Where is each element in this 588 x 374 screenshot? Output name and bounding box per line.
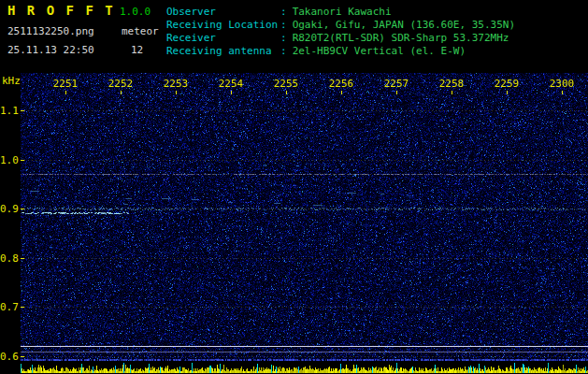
x-tick-label: 2256 [323,78,360,90]
info-label: Observer [166,6,280,19]
y-tick-mark [21,110,24,111]
spectrogram-area: 2251225222532254225522562257225822592300 [21,73,588,374]
y-tick-mark [21,160,24,161]
info-separator: : [280,19,287,31]
y-tick-mark [21,258,24,259]
info-row: Receiving Location:Ogaki, Gifu, JAPAN (1… [166,19,515,32]
spectrogram-canvas [21,73,588,374]
app-version: 1.0.0 [120,6,151,18]
x-tick-label: 2253 [157,78,194,90]
app-title: H R O F F T [7,3,115,18]
x-tick-label: 2300 [543,78,581,90]
y-tick-mark [21,307,24,308]
x-tick-mark [231,91,232,94]
info-label: Receiver [166,32,280,45]
x-tick-label: 2254 [212,78,250,90]
x-tick-mark [341,91,342,94]
info-row: Receiver:R820T2(RTL-SDR) SDR-Sharp 53.37… [166,32,515,45]
x-tick-mark [396,91,397,94]
info-value: R820T2(RTL-SDR) SDR-Sharp 53.372MHz [293,32,509,44]
x-tick-mark [562,91,563,94]
x-tick-label: 2252 [102,78,139,90]
x-tick-label: 2257 [378,78,415,90]
y-tick-label: 0.6 [0,351,18,363]
y-tick-label: 1.1 [0,105,18,117]
y-tick-label: 1.0 [0,154,18,166]
header-info: Observer:Takanori KawachiReceiving Locat… [166,6,515,58]
y-tick-label: 0.9 [0,203,18,215]
datetime-label: 25.11.13 22:50 [7,44,94,56]
x-tick-mark [286,91,287,94]
x-tick-label: 2255 [267,78,305,90]
mode-label: meteor [122,25,159,37]
header: H R O F F T 1.0.0 2511132250.png meteor … [0,0,588,73]
info-separator: : [280,6,287,18]
x-tick-label: 2259 [488,78,525,90]
x-tick-mark [507,91,508,94]
output-filename: 2511132250.png [7,25,94,37]
y-tick-label: 0.7 [0,301,18,313]
info-value: Ogaki, Gifu, JAPAN (136.60E, 35.35N) [293,19,515,31]
y-axis: 1.11.00.90.80.70.6 [0,0,20,374]
count-label: 12 [131,44,143,56]
info-value: 2el-HB9CV Vertical (el. E-W) [293,45,466,57]
info-row: Observer:Takanori Kawachi [166,6,515,19]
y-tick-label: 0.8 [0,252,18,265]
info-value: Takanori Kawachi [293,6,392,18]
x-tick-mark [65,91,66,94]
x-tick-mark [121,91,122,94]
y-tick-mark [21,356,24,357]
info-row: Receiving antenna:2el-HB9CV Vertical (el… [166,45,515,58]
x-tick-mark [176,91,177,94]
y-tick-mark [21,209,24,209]
hrofft-window: H R O F F T 1.0.0 2511132250.png meteor … [0,0,588,374]
x-tick-label: 2258 [433,78,470,90]
info-separator: : [280,32,287,44]
x-tick-label: 2251 [47,78,84,90]
info-label: Receiving antenna [166,45,280,58]
info-separator: : [280,45,287,57]
x-tick-mark [452,91,452,94]
info-label: Receiving Location [166,19,280,32]
